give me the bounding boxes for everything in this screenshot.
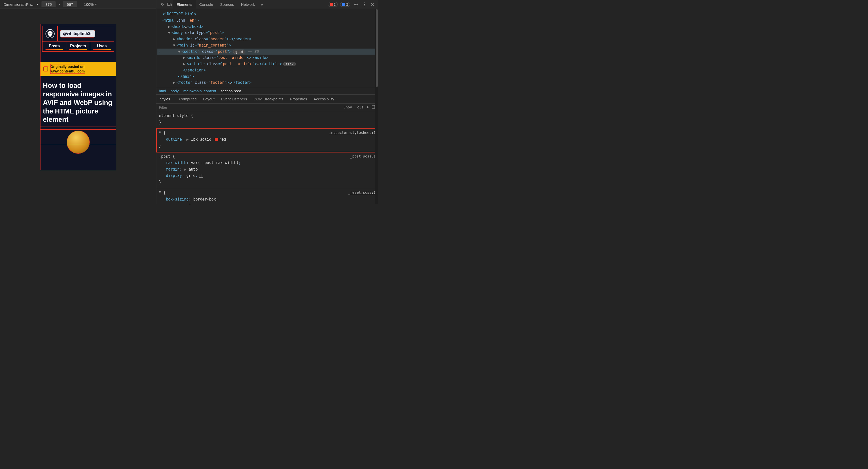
dom-tree[interactable]: <!DOCTYPE html> <html lang="en"> ▶<head>… — [156, 9, 378, 87]
article-image — [67, 131, 90, 153]
dimension-separator: × — [57, 2, 61, 6]
tab-layout[interactable]: Layout — [203, 97, 215, 101]
tab-console[interactable]: Console — [196, 0, 217, 8]
rule-reset[interactable]: _reset.scss:1 * { box-sizing: border-box… — [156, 188, 378, 204]
handle-badge[interactable]: @whitep4nth3r — [60, 30, 95, 37]
rule-universal-outline[interactable]: inspector-stylesheet:1 * { outline: ▶ 1p… — [156, 128, 378, 152]
device-toggle-icon[interactable] — [166, 1, 173, 8]
chevron-down-icon: ▼ — [36, 3, 38, 6]
rule-element-style[interactable]: element.style { } — [156, 111, 378, 128]
zoom-dropdown[interactable]: 100% ▼ — [84, 2, 97, 6]
gear-icon[interactable] — [352, 1, 360, 8]
close-icon[interactable] — [369, 1, 376, 8]
site-logo[interactable] — [42, 26, 58, 41]
devtools-menu-icon[interactable] — [362, 2, 367, 6]
handle-box: @whitep4nth3r — [58, 26, 114, 41]
hov-toggle[interactable]: :hov — [343, 105, 352, 110]
chevron-down-icon: ▼ — [95, 3, 97, 6]
nav-posts[interactable]: Posts — [42, 41, 66, 51]
tab-dom-breakpoints[interactable]: DOM Breakpoints — [254, 97, 283, 101]
breadcrumb[interactable]: html body main#main_content section.post — [156, 87, 378, 95]
more-tabs-icon[interactable]: » — [258, 1, 266, 8]
device-dropdown[interactable]: Dimensions: iPh… ▼ — [2, 2, 40, 7]
source-link[interactable]: _post.scss:1 — [350, 153, 376, 159]
nav-uses[interactable]: Uses — [90, 41, 114, 51]
zoom-value: 100% — [84, 2, 94, 6]
tab-elements[interactable]: Elements — [173, 0, 196, 8]
device-frame[interactable]: @whitep4nth3r Posts Projects Uses Origin… — [40, 24, 116, 170]
origin-banner: Originally posted on www.contentful.com — [40, 62, 116, 76]
more-options-icon[interactable] — [150, 2, 154, 6]
errors-badge[interactable]: 2 — [328, 2, 338, 7]
device-preview-pane: Dimensions: iPh… ▼ × 100% ▼ — [0, 0, 156, 204]
add-rule-button[interactable]: + — [367, 105, 369, 110]
tabs-right-cluster: 2 2 — [328, 1, 378, 8]
panther-icon — [45, 29, 55, 38]
tab-styles[interactable]: Styles — [157, 95, 173, 103]
site-header: @whitep4nth3r Posts Projects Uses — [42, 26, 114, 51]
banner-text: Originally posted on www.contentful.com — [51, 64, 85, 74]
styles-filter-input[interactable] — [159, 105, 343, 110]
svg-point-1 — [49, 33, 50, 34]
color-swatch-icon[interactable] — [215, 138, 218, 141]
grid-icon[interactable] — [199, 174, 203, 178]
crumb-section[interactable]: section.post — [221, 89, 241, 93]
source-link[interactable]: inspector-stylesheet:1 — [329, 130, 376, 136]
rule-post[interactable]: _post.scss:1 .post { max-width: var(--po… — [156, 152, 378, 188]
devtools-tabs: Elements Console Sources Network » 2 2 — [156, 0, 378, 9]
styles-filter-row: :hov .cls + — [156, 104, 378, 111]
svg-rect-4 — [170, 4, 172, 6]
tab-computed[interactable]: Computed — [179, 97, 197, 101]
tab-sources[interactable]: Sources — [217, 0, 238, 8]
nav-row: Posts Projects Uses — [42, 41, 114, 51]
source-link[interactable]: _reset.scss:1 — [348, 190, 376, 196]
svg-rect-3 — [167, 3, 170, 5]
messages-badge[interactable]: 2 — [340, 2, 350, 7]
svg-point-2 — [50, 33, 51, 34]
device-toolbar: Dimensions: iPh… ▼ × 100% ▼ — [0, 0, 156, 8]
article-title: How to load responsive images in AVIF an… — [40, 76, 116, 126]
height-input[interactable] — [63, 1, 77, 7]
crumb-html[interactable]: html — [159, 89, 166, 93]
devtools-pane: Elements Console Sources Network » 2 2 <… — [156, 0, 378, 204]
site-top-row: @whitep4nth3r — [42, 26, 114, 41]
tab-event-listeners[interactable]: Event Listeners — [221, 97, 247, 101]
styles-body[interactable]: element.style { } inspector-stylesheet:1… — [156, 111, 378, 204]
tab-accessibility[interactable]: Accessibility — [314, 97, 334, 101]
dimensions-label: Dimensions: iPh… — [3, 2, 34, 6]
preview-area: @whitep4nth3r Posts Projects Uses Origin… — [0, 13, 156, 204]
article-image-row — [40, 129, 116, 145]
svg-point-5 — [355, 4, 357, 5]
inspect-icon[interactable] — [159, 1, 166, 8]
crumb-body[interactable]: body — [170, 89, 179, 93]
tab-network[interactable]: Network — [238, 0, 258, 8]
cls-toggle[interactable]: .cls — [355, 105, 364, 110]
crumb-main[interactable]: main#main_content — [183, 89, 216, 93]
width-input[interactable] — [41, 1, 56, 7]
selected-dom-node[interactable]: ▼<section class="post">grid== $0 — [157, 49, 377, 55]
nav-projects[interactable]: Projects — [66, 41, 90, 51]
styles-tabs: Styles Computed Layout Event Listeners D… — [156, 95, 378, 104]
tab-properties[interactable]: Properties — [290, 97, 307, 101]
scrollbar-thumb[interactable] — [376, 9, 378, 87]
external-link-icon — [43, 67, 48, 71]
ruler — [0, 8, 156, 13]
